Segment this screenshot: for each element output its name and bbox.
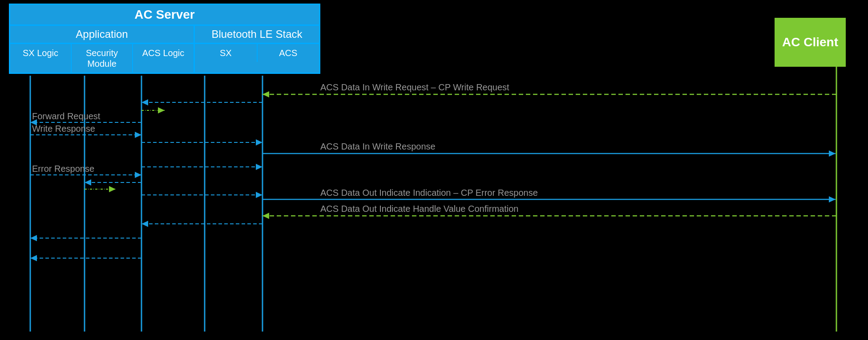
ble-stack-box: Bluetooth LE Stack SX ACS: [195, 26, 319, 73]
svg-marker-46: [30, 255, 37, 261]
svg-marker-36: [829, 196, 836, 202]
ac-server-box: AC Server Application SX Logic Security …: [9, 4, 320, 74]
svg-text:Error Response: Error Response: [32, 164, 94, 174]
ac-server-title: AC Server: [10, 5, 319, 24]
application-title: Application: [10, 26, 194, 44]
svg-marker-7: [262, 91, 269, 97]
col-security-module: Security Module: [72, 44, 133, 73]
svg-text:ACS Data In Write Request – CP: ACS Data In Write Request – CP Write Req…: [320, 82, 509, 92]
svg-marker-14: [30, 119, 37, 125]
svg-marker-17: [135, 132, 141, 138]
ble-stack-title: Bluetooth LE Stack: [195, 26, 319, 44]
svg-text:ACS Data Out Indicate Indicati: ACS Data Out Indicate Indication – CP Er…: [320, 188, 538, 198]
svg-text:ACS Data In Write Response: ACS Data In Write Response: [320, 142, 436, 151]
col-sx-logic: SX Logic: [10, 44, 72, 73]
svg-marker-39: [262, 213, 269, 219]
ac-client-title: AC Client: [782, 35, 838, 49]
col-acs: ACS: [258, 44, 319, 62]
svg-text:Forward Request: Forward Request: [32, 111, 101, 121]
svg-marker-10: [141, 99, 148, 105]
svg-marker-34: [256, 192, 262, 198]
svg-marker-12: [158, 107, 165, 113]
svg-text:Write Response: Write Response: [32, 124, 95, 134]
svg-marker-20: [256, 139, 262, 146]
svg-marker-30: [85, 179, 91, 186]
svg-marker-42: [141, 221, 148, 227]
svg-marker-25: [256, 164, 262, 170]
svg-marker-27: [135, 172, 141, 178]
col-acs-logic: ACS Logic: [133, 44, 194, 73]
col-sx: SX: [195, 44, 258, 62]
application-box: Application SX Logic Security Module ACS…: [10, 26, 195, 73]
svg-marker-22: [829, 150, 836, 157]
svg-marker-32: [109, 186, 116, 192]
svg-text:ACS Data Out Indicate Handle V: ACS Data Out Indicate Handle Value Confi…: [320, 204, 518, 214]
ac-client-box: AC Client: [775, 18, 846, 67]
svg-marker-44: [30, 235, 37, 241]
